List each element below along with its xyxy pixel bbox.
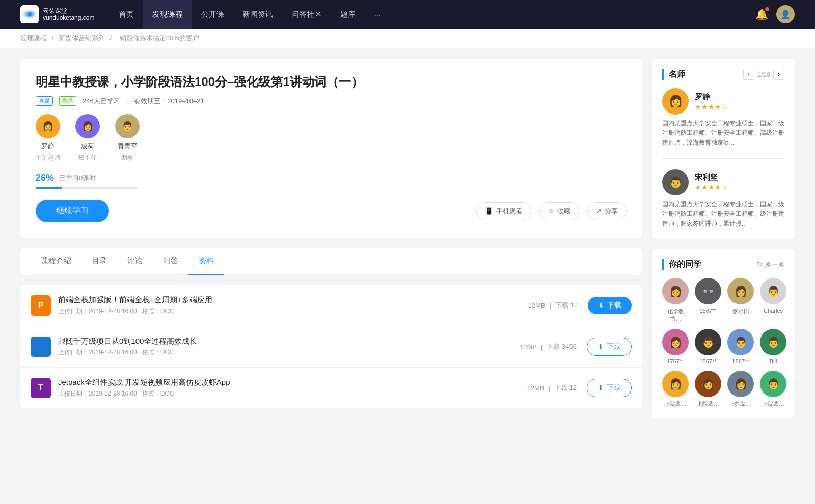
share-label: 分享 [605,207,618,216]
classmate-10: 👩 上院辈… [695,371,721,408]
course-title: 明星中教授课，小学阶段语法100分–强化级第1讲动词（一） [36,74,627,90]
resource-item-1: P 前端全栈加强版！前端全栈+全周期+多端应用 上传日期：2019-12-28 … [20,285,642,326]
teacher-2-name: 凌荷 [81,142,94,151]
notification-bell[interactable]: 🔔 [755,8,768,20]
classmates-title: 你的同学 [662,259,701,270]
breadcrumb-sep-2: / [110,34,113,42]
classmates-header: 你的同学 ↻ 换一换 [662,259,784,270]
content-left: 明星中教授课，小学阶段语法100分–强化级第1讲动词（一） 直播 录播 246人… [20,59,642,428]
refresh-button[interactable]: ↻ 换一换 [757,260,784,269]
breadcrumb-link-1[interactable]: 发现课程 [20,34,47,42]
resource-3-download-button[interactable]: ⬇ 下载 [587,379,632,397]
badge-recorded: 录播 [59,96,76,106]
classmate-3: 👩 张小田 [727,278,754,323]
main-container: 明星中教授课，小学阶段语法100分–强化级第1讲动词（一） 直播 录播 246人… [0,48,815,438]
resource-2-meta: 上传日期：2019-12-28 16:00 格式：DOC [58,348,520,357]
share-button[interactable]: ↗ 分享 [587,202,627,220]
sidebar-teacher-2-name: 宋利坚 [695,173,728,182]
refresh-icon: ↻ [757,261,763,268]
continue-button[interactable]: 继续学习 [36,200,109,222]
prev-teacher-button[interactable]: ‹ [743,69,754,80]
tab-contents[interactable]: 目录 [82,248,117,275]
classmate-7-name: 1867** [732,358,749,365]
sidebar-teacher-2: 👨 宋利坚 ★★★★☆ 国内某重点大学安全工程专业硕士，国家一级注册消防工程师、… [662,169,784,229]
classmate-3-avatar: 👩 [727,278,754,304]
classmate-9-name: 上院辈… [664,400,687,408]
badge-live: 直播 [36,96,53,106]
sidebar-teacher-2-stars: ★★★★☆ [695,183,728,191]
teacher-1-role: 主讲老师 [36,154,60,162]
classmate-1-avatar: 👩 [662,278,689,304]
classmates-card: 你的同学 ↻ 换一换 👩 化学教书… 👓 1567** 👩 张小田 [652,249,795,418]
resource-1-stats: 12MB | 下载 12 [528,301,578,310]
mobile-icon: 📱 [485,207,493,215]
nav-item-qa[interactable]: 问答社区 [282,0,331,29]
breadcrumb-sep-1: / [52,34,56,42]
progress-bar-fill [36,187,62,189]
resource-3-stats: 12MB | 下载 12 [527,383,577,393]
resource-2-size: 12MB [520,343,537,351]
tab-resources[interactable]: 资料 [188,248,224,275]
classmate-12: 👨 上院辈… [760,371,786,408]
download-icon-2: ⬇ [597,343,604,351]
course-actions: 继续学习 📱 手机观看 ☆ 收藏 ↗ 分享 [36,200,627,222]
resource-2-download-button[interactable]: ⬇ 下载 [587,338,632,356]
classmate-10-avatar: 👩 [695,371,721,397]
classmate-10-name: 上院辈… [697,400,719,408]
resource-list: P 前端全栈加强版！前端全栈+全周期+多端应用 上传日期：2019-12-28 … [20,285,642,408]
logo[interactable]: 云朵课堂 yunduoketang.com [20,5,94,23]
classmate-12-name: 上院辈… [762,400,784,408]
teachers-sidebar-title-bar: 名师 ‹ 1/10 › [662,69,784,80]
mobile-watch-button[interactable]: 📱 手机观看 [476,202,531,220]
sidebar-teacher-1-header: 👩 罗静 ★★★★☆ [662,88,784,115]
logo-icon [20,5,39,23]
nav-item-news[interactable]: 新闻资讯 [233,0,282,29]
classmate-4-avatar: 👨 [760,278,786,304]
teacher-2-avatar: 👩 [75,114,100,138]
teacher-1-avatar: 👩 [36,114,60,138]
tab-intro[interactable]: 课程介绍 [31,248,82,275]
teachers-list: 👩 罗静 主讲老师 👩 凌荷 班主任 👨 青青平 [36,114,627,162]
sidebar-teacher-2-header: 👨 宋利坚 ★★★★☆ [662,169,784,195]
breadcrumb-link-2[interactable]: 新媒体营销系列 [59,34,105,42]
user-avatar[interactable]: 👤 [776,5,795,23]
meta-sep: · [126,97,128,105]
next-teacher-button[interactable]: › [773,69,784,80]
classmate-9: 👩 上院辈… [662,371,689,408]
resource-3-icon: T [31,378,51,398]
progress-section: 26% 已学习0课时 [36,173,627,189]
nav-item-more[interactable]: ··· [365,0,390,29]
classmates-grid: 👩 化学教书… 👓 1567** 👩 张小田 👨 Charles 👩 [662,278,784,408]
nav-item-home[interactable]: 首页 [110,0,143,29]
resource-1-sep: | [550,302,551,310]
tab-review[interactable]: 评论 [117,248,153,275]
resource-1-name: 前端全栈加强版！前端全栈+全周期+多端应用 [58,295,528,305]
classmate-6: 👨 1567** [695,329,721,365]
nav-item-quiz[interactable]: 题库 [331,0,365,29]
classmate-8-avatar: 👨 [760,329,786,355]
breadcrumb: 发现课程 / 新媒体营销系列 / 销冠修炼术搞定80%的客户 [0,29,815,48]
tabs-card: 课程介绍 目录 评论 问答 资料 [20,248,642,275]
nav-item-discover[interactable]: 发现课程 [143,0,192,29]
resource-2-stats: 12MB | 下载 3456 [520,342,577,351]
sidebar-teacher-1-stars: ★★★★☆ [695,103,728,111]
tab-qa[interactable]: 问答 [153,248,188,275]
sidebar-teacher-2-avatar: 👨 [662,169,689,195]
resource-3-sep: | [549,384,550,392]
download-icon-3: ⬇ [597,384,604,392]
logo-text: 云朵课堂 yunduoketang.com [43,7,94,22]
tabs-nav: 课程介绍 目录 评论 问答 资料 [31,248,632,275]
classmate-8-name: Bill [770,358,777,365]
classmate-7-avatar: 👨 [727,329,754,355]
resource-3-meta: 上传日期：2019-12-28 16:00 格式：DOC [58,389,527,398]
content-right: 名师 ‹ 1/10 › 👩 罗静 ★★★★☆ 国内某重点大学安全工程专业硕士，国… [652,59,795,428]
classmate-1-name: 化学教书… [662,307,689,323]
teacher-2-avatar-img: 👩 [75,114,100,138]
nav-item-open[interactable]: 公开课 [192,0,233,29]
resource-1-info: 前端全栈加强版！前端全栈+全周期+多端应用 上传日期：2019-12-28 16… [58,295,528,316]
teachers-sidebar-card: 名师 ‹ 1/10 › 👩 罗静 ★★★★☆ 国内某重点大学安全工程专业硕士，国… [652,59,795,239]
sidebar-teacher-1-avatar: 👩 [662,88,689,115]
breadcrumb-current: 销冠修炼术搞定80%的客户 [120,34,199,42]
collect-button[interactable]: ☆ 收藏 [539,202,579,220]
resource-1-download-button[interactable]: ⬇ 下载 [588,297,632,314]
